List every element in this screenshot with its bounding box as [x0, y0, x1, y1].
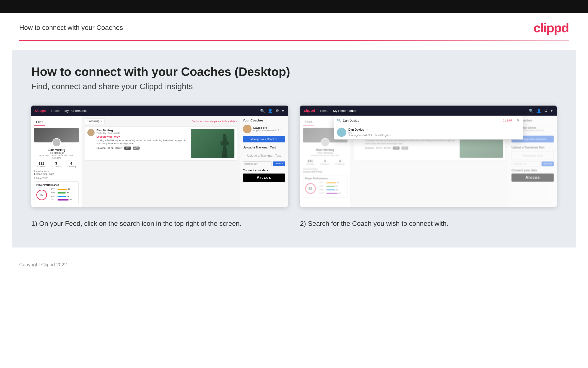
result-role: Pro	[349, 131, 391, 134]
main-subheading: Find, connect and share your Clippd insi…	[31, 82, 557, 91]
coach-avatar-1	[243, 125, 252, 133]
search-icon-overlay: 🔍	[337, 119, 341, 122]
duration-row: Duration 01 hr : 30 min OTT APP	[97, 147, 189, 150]
app-nav-logo: clippd	[35, 109, 46, 113]
result-club: Sunningdale Golf Club, United Kingdom	[349, 134, 391, 137]
nav-my-performance-2[interactable]: My Performance	[333, 109, 356, 112]
performance-box: Player Performance 92 OTT 90	[34, 182, 79, 204]
bar-ott: OTT 90	[51, 188, 72, 191]
screenshot-col-1: clippd Home My Performance 🔍 👤 ⚙ ● Feed	[31, 106, 288, 207]
following-bar: Following ▾ Control who can see your act…	[85, 119, 237, 124]
nav-home-2[interactable]: Home	[320, 109, 329, 112]
search-overlay: 🔍 Dan Davies CLEAR ✕ Dan Davies ✓ Pro	[334, 116, 523, 139]
screenshot-frame-1: clippd Home My Performance 🔍 👤 ⚙ ● Feed	[31, 106, 288, 207]
lesson-title: Lesson with Fordy	[97, 135, 189, 138]
stat-following: 4 Following	[67, 161, 76, 168]
clippd-logo: clippd	[533, 20, 569, 35]
search-result[interactable]: Dan Davies ✓ Pro Sunningdale Golf Club, …	[334, 125, 523, 139]
lesson-meta: Yesterday · Sunningdale	[97, 132, 189, 134]
screenshots-row: clippd Home My Performance 🔍 👤 ⚙ ● Feed	[31, 106, 557, 207]
avatar-icon[interactable]: ●	[282, 109, 284, 113]
search-input[interactable]: Dan Davies	[343, 119, 501, 122]
screenshot-col-2: clippd Home My Performance 🔍 👤 ⚙ ● Feed	[300, 106, 557, 207]
duration-value: 01 hr : 30 min	[108, 147, 122, 149]
header-divider	[19, 40, 569, 41]
search-bar: 🔍 Dan Davies CLEAR ✕	[334, 116, 523, 125]
settings-icon-2[interactable]: ⚙	[544, 109, 548, 113]
app-nav-icons-2: 🔍 👤 ⚙ ●	[529, 109, 553, 113]
app-nav-2: clippd Home My Performance 🔍 👤 ⚙ ●	[300, 106, 557, 116]
caption-1: 1) On your Feed, click on the search ico…	[31, 219, 288, 228]
coach-details-1: David Ford Royal North Devon Golf Club	[254, 126, 281, 132]
feed-tab-2: Feed	[303, 119, 314, 126]
activity-date: 03 Aug 2022	[34, 177, 79, 180]
user-name-2: Blair McHarg	[303, 148, 348, 152]
user-handicap-2: Plus Handicap	[303, 152, 348, 154]
user-avatar-2	[321, 138, 330, 147]
nav-my-performance[interactable]: My Performance	[64, 109, 87, 112]
feed-sidebar-1: Feed Blair McHarg Plus Handicap Royal No…	[31, 116, 82, 207]
result-avatar	[337, 128, 346, 137]
app-nav-logo-2: clippd	[304, 109, 315, 113]
coaches-sidebar-1: Your Coaches David Ford Royal North Devo…	[240, 116, 288, 207]
settings-icon[interactable]: ⚙	[276, 109, 279, 113]
user-handicap: Plus Handicap	[34, 152, 79, 154]
upload-section: Upload a Trackman Test Upload a Trackman…	[243, 146, 285, 166]
verified-icon: ✓	[366, 128, 368, 131]
coach-card-1: David Ford Royal North Devon Golf Club	[243, 125, 285, 133]
latest-activity-label: Latest Activity	[34, 170, 79, 173]
main-feed-1: Following ▾ Control who can see your act…	[82, 116, 240, 207]
duration-label: Duration	[97, 147, 106, 149]
trackman-input[interactable]: Trackman Link	[243, 161, 272, 166]
avatar-icon-2[interactable]: ●	[551, 109, 553, 113]
user-icon[interactable]: 👤	[268, 109, 273, 113]
lesson-card: Blair McHarg Yesterday · Sunningdale Les…	[85, 126, 237, 160]
captions-row: 1) On your Feed, click on the search ico…	[31, 219, 557, 228]
nav-home[interactable]: Home	[51, 109, 60, 112]
clear-button[interactable]: CLEAR	[503, 119, 512, 122]
control-link[interactable]: Control who can see your activity and da…	[192, 120, 237, 123]
search-icon-2[interactable]: 🔍	[529, 109, 534, 113]
bar-arg-fill	[58, 196, 66, 197]
lesson-desc: Looking to feel like my hands are exitin…	[97, 139, 189, 145]
trackman-box: Upload a Trackman Test	[243, 151, 285, 160]
user-avatar	[52, 138, 61, 147]
coaches-title-1: Your Coaches	[243, 119, 285, 122]
top-bar	[0, 0, 588, 13]
screenshot-frame-2: clippd Home My Performance 🔍 👤 ⚙ ● Feed	[300, 106, 557, 207]
user-icon-2[interactable]: 👤	[536, 109, 541, 113]
trackman-input-row: Trackman Link Add Link	[243, 161, 285, 166]
caption-2: 2) Search for the Coach you wish to conn…	[300, 219, 557, 228]
stat-activities: 131 Activities	[37, 161, 46, 168]
connect-title: Connect your data	[243, 169, 285, 172]
result-details: Dan Davies ✓ Pro Sunningdale Golf Club, …	[349, 128, 391, 137]
coach-name-1: David Ford	[254, 126, 281, 129]
bar-ott-fill	[58, 189, 67, 190]
lesson-coach-name: Blair McHarg	[97, 129, 189, 132]
arccos-logo: Arccos	[243, 174, 285, 182]
bar-putt-fill	[58, 199, 69, 201]
search-icon[interactable]: 🔍	[260, 109, 265, 113]
perf-title: Player Performance	[36, 184, 77, 186]
following-btn[interactable]: Following ▾	[85, 119, 105, 124]
manage-coaches-btn[interactable]: Manage Your Coaches	[243, 136, 285, 142]
app-button[interactable]: APP	[133, 147, 140, 150]
upload-title: Upload a Trackman Test	[243, 146, 285, 149]
add-link-btn[interactable]: Add Link	[273, 161, 285, 166]
app-nav-1: clippd Home My Performance 🔍 👤 ⚙ ●	[31, 106, 288, 116]
user-name: Blair McHarg	[34, 148, 79, 152]
latest-activity-text: Lesson with Fordy	[34, 173, 79, 175]
close-button[interactable]: ✕	[516, 118, 520, 123]
app-body-1: Feed Blair McHarg Plus Handicap Royal No…	[31, 116, 288, 207]
stats-row-2: 131Activities 3Followers 4Following	[303, 159, 348, 165]
coach-club-1: Royal North Devon Golf Club	[254, 129, 281, 132]
feed-tab[interactable]: Feed	[34, 119, 45, 126]
off-button[interactable]: OTT	[124, 147, 131, 150]
lesson-info: Blair McHarg Yesterday · Sunningdale Les…	[97, 129, 189, 150]
stats-row: 131 Activities 3 Followers 4 Following	[34, 161, 79, 168]
user-cover	[34, 128, 79, 142]
header-title: How to connect with your Coaches	[19, 24, 123, 32]
user-club: Royal North Devon Golf Club, United King…	[34, 154, 79, 159]
bar-arg: ARG 86	[51, 195, 72, 198]
main-heading: How to connect with your Coaches (Deskto…	[31, 65, 557, 79]
